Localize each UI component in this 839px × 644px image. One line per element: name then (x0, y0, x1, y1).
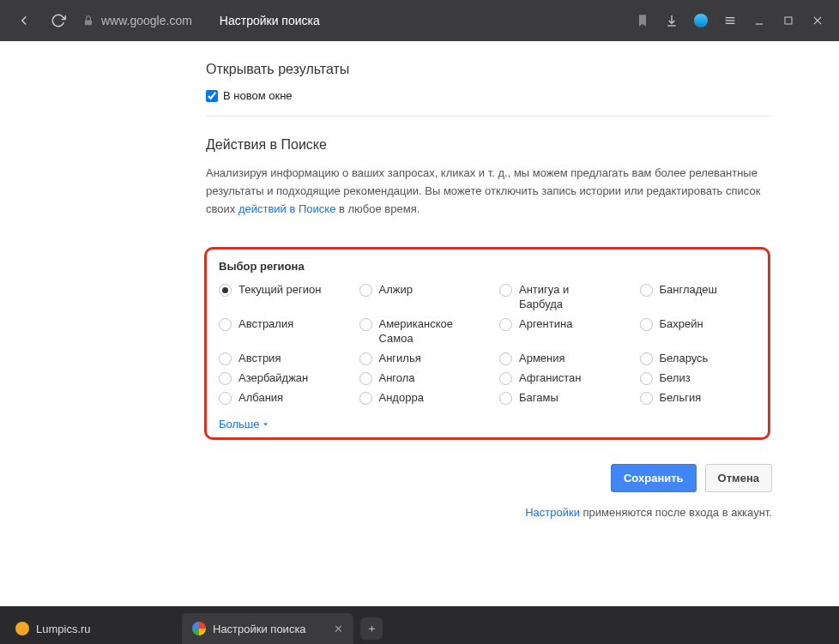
radio-icon (219, 318, 232, 331)
radio-icon (219, 392, 232, 405)
region-option[interactable]: Белиз (640, 371, 757, 386)
new-window-checkbox[interactable]: В новом окне (206, 89, 772, 102)
address-bar[interactable]: www.google.com (82, 14, 192, 27)
radio-icon (219, 352, 232, 365)
close-button[interactable] (803, 6, 832, 35)
titlebar: www.google.com Настройки поиска (0, 0, 839, 41)
radio-icon (640, 318, 653, 331)
more-link[interactable]: Больше (219, 418, 269, 430)
region-option[interactable]: Бангладеш (640, 283, 757, 312)
favicon-icon (15, 622, 29, 635)
tab-google-settings[interactable]: Настройки поиска ✕ (182, 613, 353, 644)
content-area: Открывать результаты В новом окне Действ… (0, 41, 839, 606)
reload-button[interactable] (46, 9, 70, 33)
region-option[interactable]: Армения (499, 352, 616, 366)
cancel-button[interactable]: Отмена (705, 464, 772, 492)
search-actions-link[interactable]: действий в Поиске (238, 202, 336, 215)
region-option[interactable]: Афганистан (499, 371, 616, 386)
region-option[interactable]: Андорра (359, 391, 476, 406)
region-label: Белиз (660, 371, 691, 386)
page-title: Настройки поиска (220, 14, 320, 27)
radio-icon (359, 284, 372, 297)
region-option[interactable]: Ангилья (359, 352, 476, 366)
region-option[interactable]: Азербайджан (219, 371, 335, 386)
chevron-down-icon (262, 420, 269, 428)
region-label: Андорра (379, 391, 424, 406)
section-description: Анализируя информацию о ваших запросах, … (206, 165, 772, 218)
section-search-actions: Действия в Поиске Анализируя информацию … (206, 116, 772, 232)
tab-label: Lumpics.ru (36, 623, 91, 635)
back-button[interactable] (12, 9, 36, 33)
region-option[interactable]: Текущий регион (219, 283, 335, 312)
region-option[interactable]: Бельгия (640, 391, 757, 406)
region-option[interactable]: Алжир (359, 283, 476, 312)
download-icon[interactable] (657, 6, 686, 35)
radio-icon (219, 372, 232, 385)
region-option[interactable]: Австрия (219, 352, 335, 366)
settings-link[interactable]: Настройки (525, 506, 580, 519)
region-option[interactable]: Беларусь (640, 352, 757, 366)
radio-icon (499, 352, 512, 365)
radio-icon (499, 372, 512, 385)
radio-icon (499, 392, 512, 405)
region-label: Алжир (379, 283, 413, 298)
region-label: Азербайджан (238, 371, 308, 386)
svg-marker-9 (263, 423, 268, 425)
bookmark-icon[interactable] (628, 6, 657, 35)
region-label: Албания (238, 391, 283, 406)
radio-icon (499, 318, 512, 331)
url-text: www.google.com (101, 14, 192, 27)
new-tab-button[interactable]: ＋ (360, 617, 383, 640)
region-label: Антигуа и Барбуда (519, 283, 616, 312)
profile-icon[interactable] (686, 6, 715, 35)
region-label: Текущий регион (238, 283, 321, 298)
tab-label: Настройки поиска (213, 623, 306, 635)
region-option[interactable]: Бахрейн (640, 317, 757, 346)
save-button[interactable]: Сохранить (611, 464, 697, 492)
region-grid: Текущий регионАлжирАнтигуа и БарбудаБанг… (219, 283, 756, 405)
region-label: Бангладеш (660, 283, 717, 298)
radio-icon (359, 318, 372, 331)
region-option[interactable]: Австралия (219, 317, 335, 346)
region-label: Бельгия (660, 391, 702, 406)
region-title: Выбор региона (219, 260, 756, 273)
radio-icon (640, 284, 653, 297)
radio-icon (640, 372, 653, 385)
region-option[interactable]: Албания (219, 391, 335, 406)
region-selection: Выбор региона Текущий регионАлжирАнтигуа… (204, 247, 770, 439)
checkbox-label: В новом окне (223, 89, 293, 102)
radio-icon (640, 352, 653, 365)
region-label: Ангола (379, 371, 415, 386)
region-label: Австрия (238, 352, 281, 366)
minimize-button[interactable] (745, 6, 774, 35)
region-label: Армения (519, 352, 565, 366)
svg-rect-6 (785, 17, 792, 24)
tab-lumpics[interactable]: Lumpics.ru (5, 613, 177, 644)
region-label: Афганистан (519, 371, 581, 386)
region-label: Американское Самоа (379, 317, 476, 346)
action-buttons: Сохранить Отмена (206, 464, 772, 492)
radio-icon (499, 284, 512, 297)
tabs-bar: Lumpics.ru Настройки поиска ✕ ＋ (0, 606, 839, 644)
radio-icon (219, 284, 232, 297)
menu-icon[interactable] (715, 6, 745, 35)
section-open-results: Открывать результаты В новом окне (206, 41, 772, 116)
region-option[interactable]: Ангола (359, 371, 476, 386)
maximize-button[interactable] (774, 6, 803, 35)
region-option[interactable]: Антигуа и Барбуда (499, 283, 616, 312)
lock-icon (82, 15, 94, 27)
close-tab-icon[interactable]: ✕ (334, 623, 343, 635)
region-label: Бахрейн (660, 317, 703, 332)
footer-note: Настройки применяются после входа в акка… (206, 506, 772, 519)
section-title: Действия в Поиске (206, 137, 772, 153)
checkbox-input[interactable] (206, 90, 218, 102)
region-option[interactable]: Багамы (499, 391, 616, 406)
region-label: Австралия (238, 317, 293, 332)
region-label: Багамы (519, 391, 558, 406)
radio-icon (359, 372, 372, 385)
region-label: Аргентина (519, 317, 572, 332)
region-option[interactable]: Американское Самоа (359, 317, 476, 346)
region-option[interactable]: Аргентина (499, 317, 616, 346)
radio-icon (640, 392, 653, 405)
section-title: Открывать результаты (206, 62, 772, 77)
